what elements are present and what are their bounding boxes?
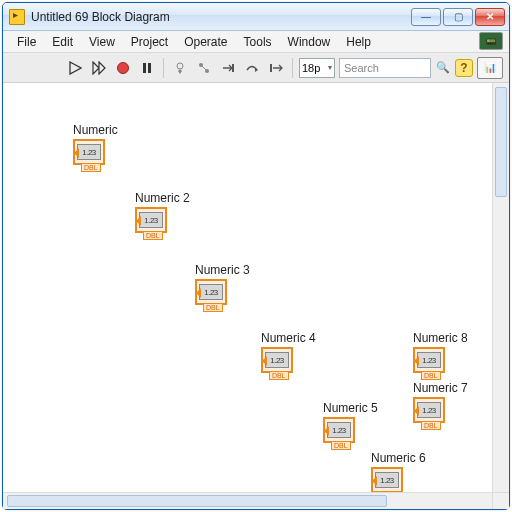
numeric-node[interactable]: Numeric 41.23DBL bbox=[261, 331, 316, 373]
pause-button[interactable] bbox=[137, 58, 157, 78]
node-type-badge: DBL bbox=[269, 371, 289, 380]
node-label: Numeric 7 bbox=[413, 381, 468, 395]
node-label: Numeric 4 bbox=[261, 331, 316, 345]
svg-rect-7 bbox=[270, 64, 272, 72]
node-value: 1.23 bbox=[199, 284, 223, 300]
highlight-execution-icon[interactable] bbox=[170, 58, 190, 78]
app-window: Untitled 69 Block Diagram — ▢ ✕ File Edi… bbox=[2, 2, 510, 510]
step-over-icon[interactable] bbox=[242, 58, 262, 78]
window-title: Untitled 69 Block Diagram bbox=[31, 10, 411, 24]
node-terminal[interactable]: 1.23DBL bbox=[261, 347, 293, 373]
numeric-node[interactable]: Numeric 51.23DBL bbox=[323, 401, 378, 443]
titlebar[interactable]: Untitled 69 Block Diagram — ▢ ✕ bbox=[3, 3, 509, 31]
numeric-node[interactable]: Numeric 61.23DBL bbox=[371, 451, 426, 492]
labview-icon[interactable]: 📊 bbox=[477, 57, 503, 79]
node-value: 1.23 bbox=[327, 422, 351, 438]
node-value: 1.23 bbox=[265, 352, 289, 368]
menu-tools[interactable]: Tools bbox=[236, 33, 280, 51]
toolbar: 18p Search 🔍 ? 📊 bbox=[3, 53, 509, 83]
menubar: File Edit View Project Operate Tools Win… bbox=[3, 31, 509, 53]
node-terminal[interactable]: 1.23DBL bbox=[73, 139, 105, 165]
scrollbar-thumb[interactable] bbox=[495, 87, 507, 197]
retain-wire-values-icon[interactable] bbox=[194, 58, 214, 78]
node-type-badge: DBL bbox=[81, 163, 101, 172]
run-continuous-button[interactable] bbox=[89, 58, 109, 78]
node-value: 1.23 bbox=[417, 352, 441, 368]
vertical-scrollbar[interactable] bbox=[492, 83, 509, 492]
node-label: Numeric 8 bbox=[413, 331, 468, 345]
node-label: Numeric bbox=[73, 123, 118, 137]
abort-button[interactable] bbox=[113, 58, 133, 78]
node-terminal[interactable]: 1.23DBL bbox=[371, 467, 403, 492]
svg-point-3 bbox=[177, 63, 183, 69]
menu-view[interactable]: View bbox=[81, 33, 123, 51]
scrollbar-thumb[interactable] bbox=[7, 495, 387, 507]
node-type-badge: DBL bbox=[421, 371, 441, 380]
svg-point-0 bbox=[118, 62, 129, 73]
svg-rect-1 bbox=[143, 63, 146, 73]
diagram-canvas[interactable]: Numeric1.23DBLNumeric 21.23DBLNumeric 31… bbox=[3, 83, 492, 492]
step-into-icon[interactable] bbox=[218, 58, 238, 78]
numeric-node[interactable]: Numeric1.23DBL bbox=[73, 123, 118, 165]
app-icon bbox=[9, 9, 25, 25]
scroll-corner bbox=[492, 492, 509, 509]
node-value: 1.23 bbox=[139, 212, 163, 228]
svg-rect-6 bbox=[232, 64, 234, 72]
node-type-badge: DBL bbox=[421, 421, 441, 430]
run-button[interactable] bbox=[65, 58, 85, 78]
menu-project[interactable]: Project bbox=[123, 33, 176, 51]
node-type-badge: DBL bbox=[203, 303, 223, 312]
numeric-node[interactable]: Numeric 71.23DBL bbox=[413, 381, 468, 423]
help-button[interactable]: ? bbox=[455, 59, 473, 77]
menu-help[interactable]: Help bbox=[338, 33, 379, 51]
canvas-area: Numeric1.23DBLNumeric 21.23DBLNumeric 31… bbox=[3, 83, 509, 492]
node-label: Numeric 2 bbox=[135, 191, 190, 205]
node-terminal[interactable]: 1.23DBL bbox=[195, 279, 227, 305]
font-size-selector[interactable]: 18p bbox=[299, 58, 335, 78]
numeric-node[interactable]: Numeric 21.23DBL bbox=[135, 191, 190, 233]
context-help-icon[interactable]: 📟 bbox=[479, 32, 503, 50]
close-button[interactable]: ✕ bbox=[475, 8, 505, 26]
node-terminal[interactable]: 1.23DBL bbox=[413, 397, 445, 423]
horizontal-scrollbar[interactable] bbox=[3, 492, 492, 509]
search-icon[interactable]: 🔍 bbox=[435, 61, 451, 74]
svg-rect-2 bbox=[148, 63, 151, 73]
node-value: 1.23 bbox=[77, 144, 101, 160]
menu-operate[interactable]: Operate bbox=[176, 33, 235, 51]
node-terminal[interactable]: 1.23DBL bbox=[323, 417, 355, 443]
maximize-button[interactable]: ▢ bbox=[443, 8, 473, 26]
numeric-node[interactable]: Numeric 81.23DBL bbox=[413, 331, 468, 373]
node-label: Numeric 6 bbox=[371, 451, 426, 465]
menu-file[interactable]: File bbox=[9, 33, 44, 51]
node-value: 1.23 bbox=[375, 472, 399, 488]
node-terminal[interactable]: 1.23DBL bbox=[135, 207, 167, 233]
menu-edit[interactable]: Edit bbox=[44, 33, 81, 51]
numeric-node[interactable]: Numeric 31.23DBL bbox=[195, 263, 250, 305]
node-terminal[interactable]: 1.23DBL bbox=[413, 347, 445, 373]
node-value: 1.23 bbox=[417, 402, 441, 418]
search-placeholder: Search bbox=[344, 62, 379, 74]
step-out-icon[interactable] bbox=[266, 58, 286, 78]
menu-window[interactable]: Window bbox=[280, 33, 339, 51]
node-type-badge: DBL bbox=[143, 231, 163, 240]
node-label: Numeric 5 bbox=[323, 401, 378, 415]
minimize-button[interactable]: — bbox=[411, 8, 441, 26]
node-label: Numeric 3 bbox=[195, 263, 250, 277]
search-input[interactable]: Search bbox=[339, 58, 431, 78]
node-type-badge: DBL bbox=[331, 441, 351, 450]
